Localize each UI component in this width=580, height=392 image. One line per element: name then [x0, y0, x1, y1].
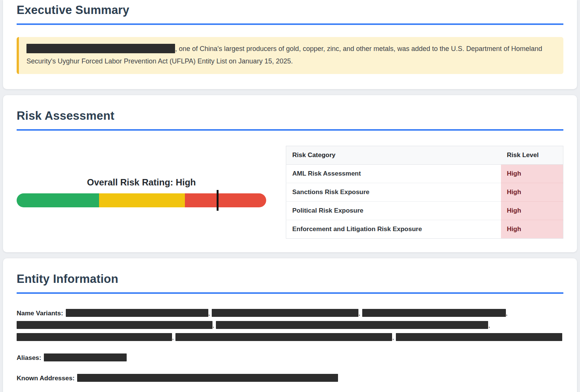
entity-field-row: Aliases:	[17, 352, 563, 364]
risk-table: Risk CategoryRisk Level AML Risk Assessm…	[286, 146, 563, 239]
risk-table-row: Enforcement and Litigation Risk Exposure…	[286, 220, 563, 239]
entity-information-title: Entity Information	[17, 272, 563, 294]
redacted-value	[216, 321, 488, 329]
entity-field-label: Name Variants:	[17, 310, 63, 317]
risk-table-row: Sanctions Risk ExposureHigh	[286, 183, 563, 202]
redaction-separator: ,	[392, 334, 395, 341]
redaction-separator: ,	[506, 310, 508, 317]
risk-gauge	[17, 193, 266, 207]
redaction-separator: ,	[172, 334, 175, 341]
risk-table-row: AML Risk AssessmentHigh	[286, 165, 563, 183]
gauge-segment-low	[17, 193, 99, 207]
risk-gauge-column: Overall Risk Rating: High	[17, 177, 266, 207]
entity-fields: Name Variants:, , , , , , , Aliases:Know…	[17, 307, 563, 384]
risk-table-header-level: Risk Level	[501, 146, 563, 165]
redacted-value	[66, 309, 208, 317]
entity-field-label: Aliases:	[17, 354, 41, 361]
risk-assessment-title: Risk Assessment	[17, 109, 563, 131]
risk-table-header-row: Risk CategoryRisk Level	[286, 146, 563, 165]
risk-content: Overall Risk Rating: High Risk CategoryR…	[17, 146, 563, 239]
risk-level-cell: High	[501, 183, 563, 202]
entity-field-row: Name Variants:, , , , , , ,	[17, 307, 563, 344]
executive-summary-title: Executive Summary	[17, 3, 563, 25]
gauge-segment-high	[185, 193, 266, 207]
redacted-value	[396, 333, 562, 341]
risk-category-cell: AML Risk Assessment	[286, 165, 501, 183]
risk-assessment-card: Risk Assessment Overall Risk Rating: Hig…	[3, 95, 577, 252]
redacted-value	[77, 374, 338, 382]
redacted-value	[44, 353, 127, 361]
entity-field-label: Known Addresses:	[17, 375, 74, 382]
risk-table-body: AML Risk AssessmentHighSanctions Risk Ex…	[286, 165, 563, 239]
redacted-value	[17, 333, 172, 341]
redacted-value	[212, 309, 358, 317]
gauge-segment-medium	[99, 193, 185, 207]
risk-category-cell: Political Risk Exposure	[286, 202, 501, 220]
entity-field-row: Known Addresses:	[17, 372, 563, 384]
redaction-separator: ,	[358, 310, 362, 317]
risk-level-cell: High	[501, 202, 563, 220]
executive-summary-card: Executive Summary , one of China's large…	[3, 0, 577, 89]
risk-gauge-marker	[217, 190, 219, 211]
risk-gauge-track	[17, 193, 266, 207]
risk-table-header-category: Risk Category	[286, 146, 501, 165]
redaction-separator: ,	[488, 322, 490, 329]
redacted-value	[175, 333, 392, 341]
summary-callout: , one of China's largest producers of go…	[17, 37, 563, 74]
risk-category-cell: Enforcement and Litigation Risk Exposure	[286, 220, 501, 239]
report-page: Executive Summary , one of China's large…	[0, 0, 580, 392]
risk-category-cell: Sanctions Risk Exposure	[286, 183, 501, 202]
risk-level-cell: High	[501, 220, 563, 239]
risk-table-row: Political Risk ExposureHigh	[286, 202, 563, 220]
risk-table-column: Risk CategoryRisk Level AML Risk Assessm…	[286, 146, 563, 239]
redaction-separator: ,	[208, 310, 212, 317]
entity-information-card: Entity Information Name Variants:, , , ,…	[3, 258, 577, 392]
risk-level-cell: High	[501, 165, 563, 183]
redaction-separator: ,	[212, 322, 216, 329]
redacted-value	[362, 309, 506, 317]
redacted-value	[17, 321, 212, 329]
overall-risk-rating-label: Overall Risk Rating: High	[17, 177, 266, 188]
redacted-entity-name	[26, 44, 175, 53]
